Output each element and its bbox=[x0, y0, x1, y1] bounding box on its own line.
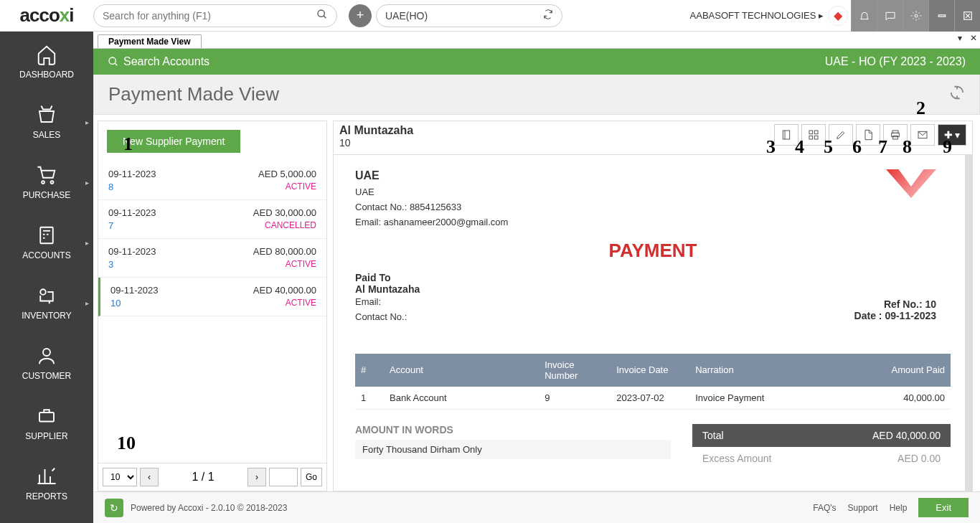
footer-logo-icon: ↻ bbox=[105, 499, 123, 517]
svg-line-18 bbox=[115, 63, 117, 65]
page-size-select[interactable]: 10 bbox=[103, 468, 137, 486]
payment-list-panel: New Supplier Payment 09-11-2023AED 5,000… bbox=[98, 121, 327, 491]
payment-detail-panel: Al Muntazaha 10 ✚ ▾ UAE UAE Contact No. bbox=[333, 121, 973, 491]
payment-lines-table: # Account Invoice Number Invoice Date Na… bbox=[355, 354, 951, 410]
footer-text: Powered by Accoxi - 2.0.10 © 2018-2023 bbox=[131, 503, 287, 513]
tab-strip: Payment Made View ▾ ✕ bbox=[93, 32, 980, 49]
pager: 10 ‹ 1 / 1 › Go bbox=[98, 463, 326, 491]
sidebar-item-customer[interactable]: CUSTOMER bbox=[0, 333, 93, 393]
search-icon[interactable] bbox=[316, 9, 328, 23]
new-supplier-payment-button[interactable]: New Supplier Payment bbox=[107, 130, 240, 153]
gear-icon[interactable] bbox=[903, 0, 928, 32]
table-row: 1 Bank Account 9 2023-07-02 Invoice Paym… bbox=[355, 387, 951, 410]
global-search[interactable] bbox=[93, 4, 337, 27]
footer: ↻ Powered by Accoxi - 2.0.10 © 2018-2023… bbox=[93, 491, 980, 523]
sidebar-item-supplier[interactable]: SUPPLIER bbox=[0, 393, 93, 453]
action-edit-icon[interactable] bbox=[829, 124, 853, 146]
svg-rect-16 bbox=[39, 413, 54, 422]
sidebar-item-reports[interactable]: REPORTS bbox=[0, 453, 93, 514]
search-accounts[interactable]: Search Accounts bbox=[108, 55, 209, 68]
action-pdf-icon[interactable] bbox=[856, 124, 880, 146]
sidebar-item-purchase[interactable]: PURCHASE▸ bbox=[0, 152, 93, 212]
search-input[interactable] bbox=[103, 10, 316, 22]
fiscal-context: UAE - HO (FY 2023 - 2023) bbox=[825, 55, 966, 68]
payment-ref: 10 bbox=[339, 137, 413, 149]
svg-rect-21 bbox=[809, 131, 813, 134]
svg-point-14 bbox=[40, 289, 46, 295]
sync-icon[interactable] bbox=[543, 9, 553, 22]
sidebar-item-accounts[interactable]: ACCOUNTS▸ bbox=[0, 212, 93, 273]
next-page-button[interactable]: › bbox=[248, 468, 266, 486]
close-button[interactable] bbox=[954, 0, 980, 32]
refresh-icon[interactable] bbox=[949, 85, 965, 105]
svg-rect-19 bbox=[783, 131, 789, 139]
bell-icon[interactable] bbox=[851, 0, 877, 32]
svg-rect-25 bbox=[892, 131, 898, 133]
svg-rect-27 bbox=[893, 136, 898, 139]
svg-rect-23 bbox=[809, 136, 813, 139]
sidebar: DASHBOARD SALES▸ PURCHASE▸ ACCOUNTS▸ INV… bbox=[0, 32, 93, 523]
svg-rect-3 bbox=[938, 14, 945, 16]
sidebar-item-inventory[interactable]: INVENTORY▸ bbox=[0, 273, 93, 333]
action-email-icon[interactable] bbox=[910, 124, 935, 146]
svg-point-2 bbox=[915, 14, 918, 17]
svg-point-0 bbox=[318, 10, 324, 17]
supplier-name: Al Muntazaha bbox=[339, 124, 413, 137]
svg-rect-24 bbox=[814, 136, 818, 139]
action-journal-icon[interactable] bbox=[774, 124, 798, 146]
payment-list-item[interactable]: 09-11-2023AED 30,000.00 7CANCELLED bbox=[98, 200, 326, 239]
tab-close-icon[interactable]: ✕ bbox=[970, 33, 977, 43]
action-more-button[interactable]: ✚ ▾ bbox=[938, 124, 966, 146]
document-preview: UAE UAE Contact No.: 8854125633 Email: a… bbox=[333, 154, 973, 491]
svg-rect-22 bbox=[814, 131, 818, 134]
payment-list-item[interactable]: 09-11-2023AED 40,000.00 10ACTIVE bbox=[98, 278, 326, 316]
doc-title: PAYMENT bbox=[355, 240, 951, 262]
svg-point-7 bbox=[42, 181, 44, 184]
faq-link[interactable]: FAQ's bbox=[813, 503, 836, 513]
org-name: UAE bbox=[355, 169, 951, 182]
prev-page-button[interactable]: ‹ bbox=[140, 468, 159, 486]
page-title: Payment Made View bbox=[108, 83, 279, 105]
sidebar-item-sales[interactable]: SALES▸ bbox=[0, 92, 93, 152]
svg-point-17 bbox=[109, 57, 116, 64]
svg-point-15 bbox=[43, 349, 50, 356]
app-logo: accoxi bbox=[0, 0, 93, 32]
chat-icon[interactable] bbox=[877, 0, 903, 32]
payment-list-item[interactable]: 09-11-2023AED 5,000.00 8ACTIVE bbox=[98, 161, 326, 200]
payment-list-item[interactable]: 09-11-2023AED 80,000.00 3ACTIVE bbox=[98, 239, 326, 278]
company-name[interactable]: AABASOFT TECHNOLOGIES ▸ bbox=[690, 10, 824, 21]
flame-icon[interactable]: ◆ bbox=[828, 6, 848, 26]
sidebar-item-dashboard[interactable]: DASHBOARD bbox=[0, 32, 93, 92]
add-button[interactable]: + bbox=[349, 4, 372, 27]
tab-minimize-icon[interactable]: ▾ bbox=[958, 33, 962, 43]
page-info: 1 / 1 bbox=[161, 471, 245, 484]
svg-rect-9 bbox=[40, 227, 53, 244]
svg-line-1 bbox=[324, 16, 326, 18]
svg-point-8 bbox=[51, 181, 54, 184]
context-bar: Search Accounts UAE - HO (FY 2023 - 2023… bbox=[93, 49, 980, 75]
go-button[interactable]: Go bbox=[301, 468, 322, 486]
action-grid-icon[interactable] bbox=[801, 124, 826, 146]
page-goto-input[interactable] bbox=[269, 468, 298, 486]
support-link[interactable]: Support bbox=[848, 503, 878, 513]
minimize-button[interactable] bbox=[928, 0, 954, 32]
entity-selector[interactable]: UAE(HO) bbox=[376, 4, 562, 27]
help-link[interactable]: Help bbox=[890, 503, 908, 513]
action-print-icon[interactable] bbox=[883, 124, 908, 146]
exit-button[interactable]: Exit bbox=[918, 498, 969, 517]
tab-payment-made-view[interactable]: Payment Made View bbox=[98, 34, 202, 48]
amount-in-words: Forty Thousand Dirham Only bbox=[355, 440, 671, 459]
